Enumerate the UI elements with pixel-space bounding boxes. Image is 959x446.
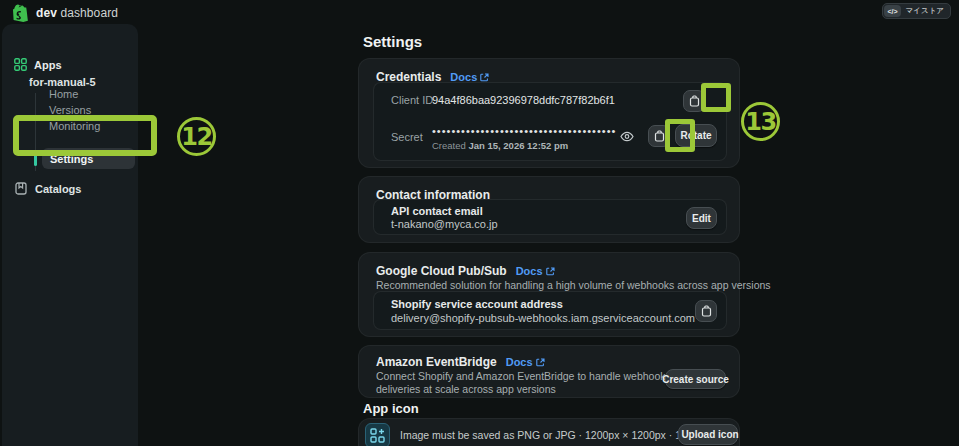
secret-label: Secret [391,131,423,143]
sidebar-settings-label: Settings [50,153,93,165]
sidebar-item-monitoring[interactable]: Monitoring [49,120,100,132]
my-store-button[interactable]: </> マイストア [882,3,951,19]
client-id-value: 94a4f86baa92396978ddfc787f82b6f1 [432,94,615,106]
copy-client-id-button[interactable] [683,90,705,112]
service-account-value: delivery@shopify-pubsub-webhooks.iam.gse… [391,312,695,324]
catalogs-icon [15,182,27,195]
shopify-logo-icon [13,4,29,22]
brand: dev dashboard [13,4,118,22]
secret-masked-value: •••••••••••••••••••••••••••••••••••••• [432,125,616,137]
client-id-label: Client ID [391,94,433,106]
pubsub-card: Google Cloud Pub/Sub Docs Recommended so… [358,252,740,337]
top-bar: dev dashboard </> マイストア [0,0,959,26]
reveal-secret-button[interactable] [616,125,638,147]
credentials-panel: Client ID 94a4f86baa92396978ddfc787f82b6… [373,82,727,161]
eventbridge-docs-link[interactable]: Docs [506,356,545,368]
app-icon-placeholder [365,423,390,446]
dev-dashboard-window: dev dashboard </> マイストア Apps for-manual-… [0,0,959,446]
rotate-button[interactable]: Rotate [675,124,717,147]
sidebar-item-apps[interactable]: Apps [14,58,62,71]
service-account-label: Shopify service account address [391,298,563,310]
sidebar-app-name[interactable]: for-manual-5 [29,76,96,88]
external-link-icon [546,267,555,276]
copy-secret-button[interactable] [648,125,670,147]
annotation-circle-13: 13 [741,102,780,141]
brand-title: dev dashboard [36,6,118,20]
pubsub-title: Google Cloud Pub/Sub [376,264,507,278]
copy-icon [689,95,700,107]
api-contact-email-value: t-nakano@myca.co.jp [391,218,498,230]
copy-icon [701,305,712,317]
sidebar-catalogs-label: Catalogs [35,183,81,195]
sidebar: Apps for-manual-5 Home Versions Monitori… [2,24,138,446]
code-icon: </> [884,5,900,17]
page-title: Settings [363,33,422,50]
eventbridge-description: Connect Shopify and Amazon EventBridge t… [376,370,666,396]
my-store-label: マイストア [901,6,949,16]
sidebar-item-versions[interactable]: Versions [49,104,91,116]
apps-grid-icon [14,58,27,71]
sidebar-item-catalogs[interactable]: Catalogs [15,182,81,195]
credentials-card: Credentials Docs Client ID 94a4f86baa923… [358,58,740,168]
external-link-icon [536,358,545,367]
api-contact-email-label: API contact email [391,205,483,217]
eventbridge-title: Amazon EventBridge [376,355,497,369]
app-icon-grid-plus-icon [370,428,385,443]
sidebar-apps-label: Apps [34,59,62,71]
app-icon-section-title: App icon [363,401,419,416]
sidebar-item-home[interactable]: Home [49,88,78,100]
create-source-button[interactable]: Create source [665,369,726,389]
secret-created-text: Created Jan 15, 2026 12:52 pm [432,140,568,151]
eye-icon [620,131,634,142]
copy-icon [654,130,665,142]
external-link-icon [480,73,489,82]
contact-panel: API contact email t-nakano@myca.co.jp Ed… [373,199,727,235]
edit-contact-button[interactable]: Edit [686,207,717,229]
annotation-circle-12: 12 [177,117,216,156]
copy-service-account-button[interactable] [695,300,717,322]
upload-icon-button[interactable]: Upload icon [678,424,738,445]
pubsub-panel: Shopify service account address delivery… [373,291,727,330]
upload-icon-label: Upload icon [681,429,738,440]
active-nav-indicator [34,151,37,166]
sidebar-item-settings[interactable]: Settings [42,148,135,169]
pubsub-docs-link[interactable]: Docs [516,265,555,277]
eventbridge-card: Amazon EventBridge Docs Connect Shopify … [358,345,740,398]
app-icon-requirements: Image must be saved as PNG or JPG · 1200… [400,429,720,441]
contact-card: Contact information API contact email t-… [358,176,740,243]
